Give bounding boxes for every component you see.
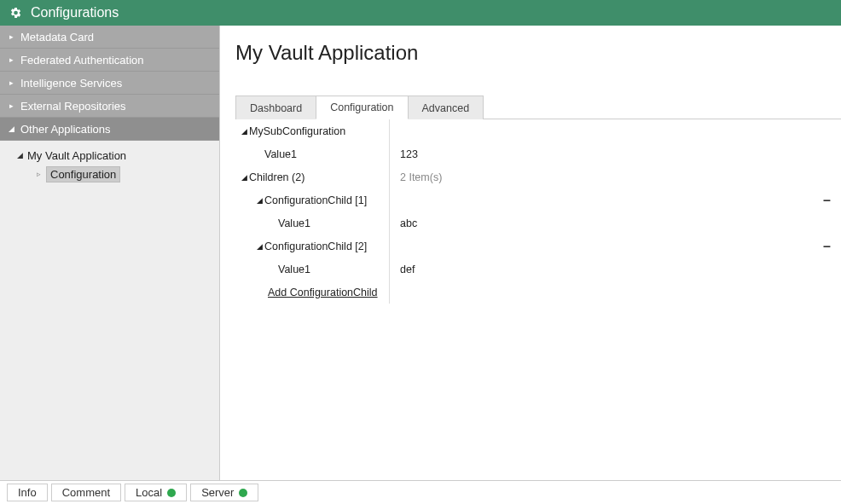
chevron-right-icon: ▸ <box>7 55 15 64</box>
grid-row-child-2[interactable]: ◢ ConfigurationChild [2] – <box>235 235 841 258</box>
status-label: Local <box>136 486 162 499</box>
remove-icon[interactable]: – <box>823 194 831 207</box>
grid-key: Value1 <box>264 148 297 160</box>
sidebar-section-label: External Repositories <box>20 100 126 113</box>
chevron-right-icon: ▸ <box>7 101 15 110</box>
grid-value[interactable]: – <box>389 188 841 211</box>
sidebar-section-other-apps[interactable]: ◢ Other Applications <box>0 118 219 141</box>
grid-key: ConfigurationChild [2] <box>264 240 367 252</box>
chevron-right-icon: ▸ <box>7 78 15 87</box>
grid-key: Value1 <box>278 264 310 275</box>
property-grid: ◢ MySubConfiguration Value1 123 ◢ Ch <box>235 119 841 480</box>
grid-row-child-1-value1[interactable]: Value1 abc <box>235 211 841 235</box>
page-title: My Vault Application <box>235 41 841 65</box>
status-comment-button[interactable]: Comment <box>51 484 121 501</box>
tree-item-label: Configuration <box>46 166 120 182</box>
tree-item-label: My Vault Application <box>27 149 126 162</box>
sidebar-section-label: Other Applications <box>20 123 111 136</box>
main-panel: My Vault Application Dashboard Configura… <box>220 26 841 480</box>
sidebar-section-metadata-card[interactable]: ▸ Metadata Card <box>0 26 219 49</box>
tab-advanced[interactable]: Advanced <box>408 96 484 119</box>
sidebar-tree: ◢ My Vault Application ▹ Configuration <box>0 141 219 188</box>
sidebar-section-label: Metadata Card <box>20 31 94 43</box>
sidebar: ▸ Metadata Card ▸ Federated Authenticati… <box>0 26 220 480</box>
tab-dashboard[interactable]: Dashboard <box>235 96 316 119</box>
chevron-down-icon: ◢ <box>15 151 24 159</box>
sidebar-section-federated-auth[interactable]: ▸ Federated Authentication <box>0 49 219 72</box>
grid-key: Children (2) <box>249 171 304 183</box>
chevron-right-icon: ▹ <box>34 170 43 178</box>
chevron-down-icon: ◢ <box>7 125 15 133</box>
grid-row-mysub-value1[interactable]: Value1 123 <box>235 142 841 165</box>
sidebar-section-label: Federated Authentication <box>20 54 144 67</box>
status-label: Server <box>201 486 234 499</box>
remove-icon[interactable]: – <box>823 240 831 253</box>
grid-row-child-2-value1[interactable]: Value1 def <box>235 258 841 281</box>
header-bar: Configurations <box>0 0 841 26</box>
tree-item-configuration[interactable]: ▹ Configuration <box>0 165 219 183</box>
chevron-down-icon[interactable]: ◢ <box>239 127 249 136</box>
grid-value[interactable]: def <box>389 258 841 281</box>
grid-row-children[interactable]: ◢ Children (2) 2 Item(s) <box>235 165 841 188</box>
grid-value[interactable]: – <box>389 235 841 258</box>
status-dot-icon <box>239 489 247 497</box>
grid-value[interactable]: 2 Item(s) <box>389 165 841 188</box>
grid-row-add-child[interactable]: Add ConfigurationChild <box>235 281 841 304</box>
sidebar-section-label: Intelligence Services <box>20 77 122 90</box>
add-child-link[interactable]: Add ConfigurationChild <box>268 287 378 298</box>
grid-value[interactable]: 123 <box>389 142 841 165</box>
chevron-down-icon[interactable]: ◢ <box>239 173 249 182</box>
grid-key: ConfigurationChild [1] <box>264 194 367 206</box>
tab-bar-filler <box>483 96 841 119</box>
sidebar-section-external-repos[interactable]: ▸ External Repositories <box>0 95 219 118</box>
status-info-button[interactable]: Info <box>7 484 48 501</box>
status-bar: Info Comment Local Server <box>0 480 841 504</box>
chevron-down-icon[interactable]: ◢ <box>254 242 264 251</box>
chevron-right-icon: ▸ <box>7 32 15 41</box>
grid-row-mysubconfig[interactable]: ◢ MySubConfiguration <box>235 119 841 142</box>
status-dot-icon <box>167 489 176 497</box>
grid-value[interactable]: abc <box>389 211 841 235</box>
status-local-button[interactable]: Local <box>125 484 187 501</box>
grid-value[interactable] <box>389 119 841 142</box>
tab-configuration[interactable]: Configuration <box>316 96 408 119</box>
grid-key: Value1 <box>278 217 310 229</box>
tree-item-app[interactable]: ◢ My Vault Application <box>0 146 219 165</box>
grid-value <box>389 281 841 304</box>
gear-icon <box>9 6 22 20</box>
grid-row-child-1[interactable]: ◢ ConfigurationChild [1] – <box>235 188 841 211</box>
sidebar-section-intelligence[interactable]: ▸ Intelligence Services <box>0 72 219 95</box>
status-server-button[interactable]: Server <box>190 484 258 501</box>
header-title: Configurations <box>31 5 119 20</box>
chevron-down-icon[interactable]: ◢ <box>254 196 264 205</box>
tab-bar: Dashboard Configuration Advanced <box>235 96 841 119</box>
grid-key: MySubConfiguration <box>249 125 345 137</box>
